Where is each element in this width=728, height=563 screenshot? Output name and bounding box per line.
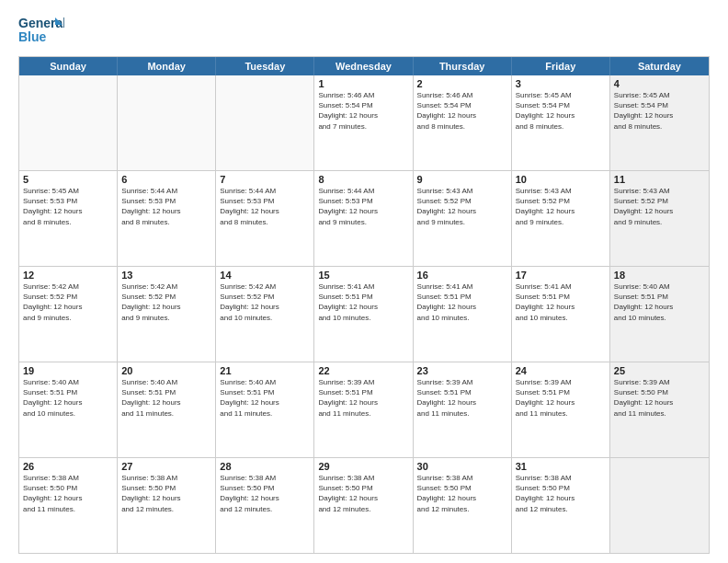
header-day: Wednesday — [314, 57, 413, 75]
cell-info: Sunrise: 5:39 AM Sunset: 5:51 PM Dayligh… — [318, 377, 408, 419]
day-number: 11 — [614, 174, 705, 185]
calendar-cell: 14Sunrise: 5:42 AM Sunset: 5:52 PM Dayli… — [216, 267, 314, 362]
calendar-row: 26Sunrise: 5:38 AM Sunset: 5:50 PM Dayli… — [19, 457, 709, 553]
calendar-cell — [19, 75, 118, 170]
calendar-cell — [610, 458, 709, 553]
cell-info: Sunrise: 5:41 AM Sunset: 5:51 PM Dayligh… — [417, 282, 507, 323]
calendar-cell: 16Sunrise: 5:41 AM Sunset: 5:51 PM Dayli… — [414, 267, 512, 362]
calendar-cell: 4Sunrise: 5:45 AM Sunset: 5:54 PM Daylig… — [610, 75, 709, 170]
calendar-cell: 12Sunrise: 5:42 AM Sunset: 5:52 PM Dayli… — [19, 267, 118, 362]
day-number: 1 — [318, 78, 408, 89]
calendar-cell — [216, 75, 314, 170]
cell-info: Sunrise: 5:38 AM Sunset: 5:50 PM Dayligh… — [220, 473, 310, 514]
cell-info: Sunrise: 5:40 AM Sunset: 5:51 PM Dayligh… — [121, 377, 211, 419]
cell-info: Sunrise: 5:39 AM Sunset: 5:51 PM Dayligh… — [516, 377, 606, 419]
cell-info: Sunrise: 5:42 AM Sunset: 5:52 PM Dayligh… — [23, 282, 113, 323]
cell-info: Sunrise: 5:46 AM Sunset: 5:54 PM Dayligh… — [318, 90, 408, 132]
calendar-cell: 21Sunrise: 5:40 AM Sunset: 5:51 PM Dayli… — [216, 362, 314, 457]
calendar-cell: 19Sunrise: 5:40 AM Sunset: 5:51 PM Dayli… — [19, 362, 118, 457]
cell-info: Sunrise: 5:43 AM Sunset: 5:52 PM Dayligh… — [614, 186, 705, 227]
cell-info: Sunrise: 5:41 AM Sunset: 5:51 PM Dayligh… — [516, 282, 606, 323]
calendar-row: 1Sunrise: 5:46 AM Sunset: 5:54 PM Daylig… — [19, 75, 709, 170]
cell-info: Sunrise: 5:41 AM Sunset: 5:51 PM Dayligh… — [318, 282, 408, 323]
logo-svg: GeneralBlue — [18, 14, 64, 47]
day-number: 7 — [220, 174, 310, 185]
day-number: 14 — [220, 270, 310, 281]
header-day: Tuesday — [216, 57, 314, 75]
calendar-cell: 20Sunrise: 5:40 AM Sunset: 5:51 PM Dayli… — [118, 362, 216, 457]
cell-info: Sunrise: 5:39 AM Sunset: 5:51 PM Dayligh… — [417, 377, 507, 419]
calendar-cell: 9Sunrise: 5:43 AM Sunset: 5:52 PM Daylig… — [414, 171, 512, 266]
calendar-cell: 26Sunrise: 5:38 AM Sunset: 5:50 PM Dayli… — [19, 458, 118, 553]
cell-info: Sunrise: 5:38 AM Sunset: 5:50 PM Dayligh… — [23, 473, 113, 514]
svg-text:Blue: Blue — [18, 29, 47, 44]
header-day: Monday — [118, 57, 216, 75]
day-number: 28 — [220, 461, 310, 472]
day-number: 27 — [121, 461, 211, 472]
calendar-row: 5Sunrise: 5:45 AM Sunset: 5:53 PM Daylig… — [19, 170, 709, 266]
calendar-cell: 18Sunrise: 5:40 AM Sunset: 5:51 PM Dayli… — [610, 267, 709, 362]
calendar-cell: 11Sunrise: 5:43 AM Sunset: 5:52 PM Dayli… — [610, 171, 709, 266]
cell-info: Sunrise: 5:43 AM Sunset: 5:52 PM Dayligh… — [417, 186, 507, 227]
cell-info: Sunrise: 5:40 AM Sunset: 5:51 PM Dayligh… — [220, 377, 310, 419]
cell-info: Sunrise: 5:42 AM Sunset: 5:52 PM Dayligh… — [121, 282, 211, 323]
calendar-cell: 7Sunrise: 5:44 AM Sunset: 5:53 PM Daylig… — [216, 171, 314, 266]
cell-info: Sunrise: 5:44 AM Sunset: 5:53 PM Dayligh… — [121, 186, 211, 227]
calendar-cell: 23Sunrise: 5:39 AM Sunset: 5:51 PM Dayli… — [414, 362, 512, 457]
cell-info: Sunrise: 5:44 AM Sunset: 5:53 PM Dayligh… — [220, 186, 310, 227]
page: GeneralBlue SundayMondayTuesdayWednesday… — [0, 0, 728, 563]
calendar-cell: 8Sunrise: 5:44 AM Sunset: 5:53 PM Daylig… — [314, 171, 413, 266]
calendar-cell: 2Sunrise: 5:46 AM Sunset: 5:54 PM Daylig… — [414, 75, 512, 170]
cell-info: Sunrise: 5:44 AM Sunset: 5:53 PM Dayligh… — [318, 186, 408, 227]
cell-info: Sunrise: 5:40 AM Sunset: 5:51 PM Dayligh… — [614, 282, 705, 323]
calendar-row: 19Sunrise: 5:40 AM Sunset: 5:51 PM Dayli… — [19, 362, 709, 457]
calendar-cell: 29Sunrise: 5:38 AM Sunset: 5:50 PM Dayli… — [314, 458, 413, 553]
day-number: 17 — [516, 270, 606, 281]
day-number: 26 — [23, 461, 113, 472]
cell-info: Sunrise: 5:45 AM Sunset: 5:54 PM Dayligh… — [516, 90, 606, 132]
day-number: 3 — [516, 78, 606, 89]
day-number: 24 — [516, 365, 606, 376]
cell-info: Sunrise: 5:38 AM Sunset: 5:50 PM Dayligh… — [121, 473, 211, 514]
calendar-header: SundayMondayTuesdayWednesdayThursdayFrid… — [19, 57, 709, 75]
calendar-cell: 1Sunrise: 5:46 AM Sunset: 5:54 PM Daylig… — [314, 75, 413, 170]
day-number: 31 — [516, 461, 606, 472]
day-number: 18 — [614, 270, 705, 281]
header-day: Friday — [512, 57, 610, 75]
calendar-row: 12Sunrise: 5:42 AM Sunset: 5:52 PM Dayli… — [19, 266, 709, 362]
calendar-cell — [118, 75, 216, 170]
header-day: Thursday — [414, 57, 512, 75]
calendar-cell: 13Sunrise: 5:42 AM Sunset: 5:52 PM Dayli… — [118, 267, 216, 362]
cell-info: Sunrise: 5:42 AM Sunset: 5:52 PM Dayligh… — [220, 282, 310, 323]
calendar-cell: 6Sunrise: 5:44 AM Sunset: 5:53 PM Daylig… — [118, 171, 216, 266]
cell-info: Sunrise: 5:39 AM Sunset: 5:50 PM Dayligh… — [614, 377, 705, 419]
calendar: SundayMondayTuesdayWednesdayThursdayFrid… — [18, 56, 710, 554]
day-number: 20 — [121, 365, 211, 376]
calendar-cell: 28Sunrise: 5:38 AM Sunset: 5:50 PM Dayli… — [216, 458, 314, 553]
day-number: 19 — [23, 365, 113, 376]
day-number: 6 — [121, 174, 211, 185]
day-number: 12 — [23, 270, 113, 281]
cell-info: Sunrise: 5:43 AM Sunset: 5:52 PM Dayligh… — [516, 186, 606, 227]
day-number: 16 — [417, 270, 507, 281]
cell-info: Sunrise: 5:38 AM Sunset: 5:50 PM Dayligh… — [516, 473, 606, 514]
calendar-body: 1Sunrise: 5:46 AM Sunset: 5:54 PM Daylig… — [19, 75, 709, 553]
cell-info: Sunrise: 5:38 AM Sunset: 5:50 PM Dayligh… — [417, 473, 507, 514]
calendar-cell: 31Sunrise: 5:38 AM Sunset: 5:50 PM Dayli… — [512, 458, 610, 553]
calendar-cell: 24Sunrise: 5:39 AM Sunset: 5:51 PM Dayli… — [512, 362, 610, 457]
day-number: 4 — [614, 78, 705, 89]
calendar-cell: 10Sunrise: 5:43 AM Sunset: 5:52 PM Dayli… — [512, 171, 610, 266]
day-number: 13 — [121, 270, 211, 281]
calendar-cell: 15Sunrise: 5:41 AM Sunset: 5:51 PM Dayli… — [314, 267, 413, 362]
calendar-cell: 22Sunrise: 5:39 AM Sunset: 5:51 PM Dayli… — [314, 362, 413, 457]
calendar-cell: 17Sunrise: 5:41 AM Sunset: 5:51 PM Dayli… — [512, 267, 610, 362]
cell-info: Sunrise: 5:45 AM Sunset: 5:54 PM Dayligh… — [614, 90, 705, 132]
day-number: 22 — [318, 365, 408, 376]
day-number: 15 — [318, 270, 408, 281]
header-day: Sunday — [19, 57, 118, 75]
day-number: 30 — [417, 461, 507, 472]
day-number: 5 — [23, 174, 113, 185]
day-number: 29 — [318, 461, 408, 472]
calendar-cell: 3Sunrise: 5:45 AM Sunset: 5:54 PM Daylig… — [512, 75, 610, 170]
calendar-cell: 25Sunrise: 5:39 AM Sunset: 5:50 PM Dayli… — [610, 362, 709, 457]
